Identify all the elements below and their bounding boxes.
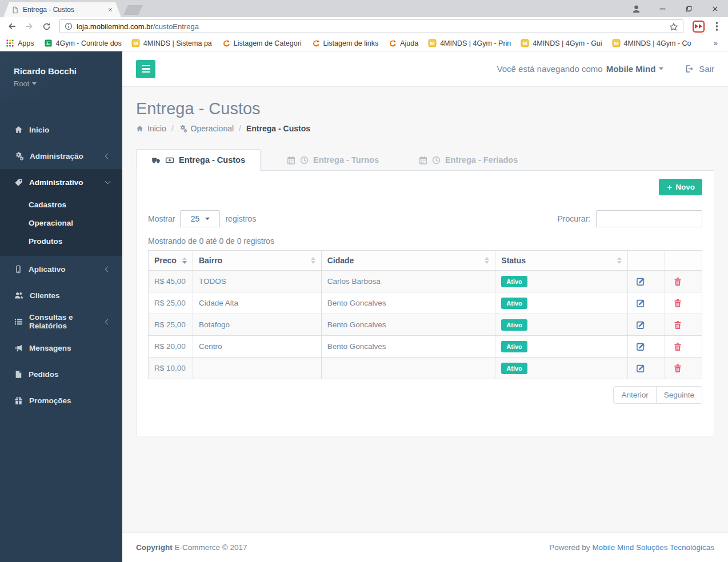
tabs: Entrega - Custos Entrega - Turnos Entreg… xyxy=(136,149,714,171)
bookmarks-overflow-button[interactable]: » xyxy=(714,39,722,47)
delete-button[interactable] xyxy=(671,319,685,330)
column-header-cidade[interactable]: Cidade xyxy=(321,251,495,271)
bookmark-item[interactable]: 4MINDS | 4Gym - Gui xyxy=(521,39,602,47)
sidebar-item-administrativo[interactable]: Administrativo xyxy=(0,169,122,195)
bookmark-star-icon[interactable] xyxy=(669,21,678,31)
profile-role-dropdown[interactable]: Root xyxy=(14,79,109,88)
sidebar-item-clientes[interactable]: Clientes xyxy=(0,282,122,308)
tab-entrega-custos[interactable]: Entrega - Custos xyxy=(136,149,261,171)
breadcrumb-operacional[interactable]: Operacional xyxy=(179,124,234,133)
browser-toolbar: loja.mobilemind.com.br/custoEntrega xyxy=(0,17,728,35)
sort-icon xyxy=(479,257,489,264)
sidebar-item-administracao[interactable]: Administração xyxy=(0,143,122,169)
sidebar-item-inicio[interactable]: Inicio xyxy=(0,117,122,143)
user-menu[interactable]: Você está navegando como Mobile Mind xyxy=(497,64,664,74)
sidebar-item-consultas-relatorios[interactable]: Consultas e Relatórios xyxy=(0,308,122,335)
pagination-next-button[interactable]: Seguinte xyxy=(656,386,702,404)
browser-menu-button[interactable] xyxy=(710,22,724,31)
sidebar-item-cadastros[interactable]: Cadastros xyxy=(0,195,122,214)
bookmark-item[interactable]: Ajuda xyxy=(388,39,418,47)
bookmark-item[interactable]: 4Gym - Controle dos xyxy=(44,39,122,47)
logout-button[interactable]: Sair xyxy=(685,64,714,74)
bookmark-item[interactable]: Listagem de Categori xyxy=(222,39,302,47)
sidebar-menu: Inicio Administração Administrativo Cada… xyxy=(0,117,122,414)
url-host: loja.mobilemind.com.br xyxy=(77,22,153,31)
url-bar[interactable]: loja.mobilemind.com.br/custoEntrega xyxy=(59,19,683,33)
edit-button[interactable] xyxy=(634,362,648,374)
gears-icon xyxy=(179,125,187,133)
close-button[interactable] xyxy=(702,0,728,17)
edit-button[interactable] xyxy=(634,340,648,352)
truck-icon xyxy=(151,156,161,164)
restore-button[interactable] xyxy=(675,0,702,17)
browser-profile-button[interactable] xyxy=(623,0,649,17)
new-tab-button[interactable] xyxy=(123,5,143,15)
calendar-icon xyxy=(419,156,427,164)
records-summary: Mostrando de 0 até 0 de 0 registros xyxy=(148,236,702,246)
list-icon xyxy=(14,318,23,326)
bookmark-item[interactable]: 4MINDS | Sistema pa xyxy=(131,39,212,47)
cell-bairro: Cidade Alta xyxy=(193,292,321,314)
bullhorn-icon xyxy=(14,344,23,352)
page-size-select[interactable]: 25 xyxy=(180,210,220,227)
edit-button[interactable] xyxy=(634,275,648,287)
sort-icon xyxy=(177,257,187,264)
breadcrumb-separator: / xyxy=(239,124,241,133)
edit-icon xyxy=(636,320,646,330)
cash-icon xyxy=(165,156,174,164)
tab-close-icon[interactable] xyxy=(107,7,113,13)
page-content: Entrega - Custos Inicio / Operacional / … xyxy=(122,87,728,532)
bookmark-item[interactable]: 4MINDS | 4Gym - Prin xyxy=(428,39,511,47)
sidebar-item-promocoes[interactable]: Promoções xyxy=(0,387,122,414)
clock-icon xyxy=(432,156,441,164)
column-header-preco[interactable]: Preco xyxy=(149,251,193,271)
caret-down-icon xyxy=(205,218,210,220)
cell-cidade: Bento Goncalves xyxy=(321,336,495,358)
edit-button[interactable] xyxy=(634,319,648,331)
pagination-previous-button[interactable]: Anterior xyxy=(613,386,656,404)
gears-icon xyxy=(14,151,23,160)
bookmark-item[interactable]: Listagem de links xyxy=(311,39,379,47)
status-badge: Ativo xyxy=(501,341,527,352)
page-title: Entrega - Custos xyxy=(136,99,714,118)
column-header-bairro[interactable]: Bairro xyxy=(193,251,321,271)
delete-button[interactable] xyxy=(671,340,685,352)
navigating-as-text: Você está navegando como xyxy=(497,64,603,74)
sidebar-item-operacional[interactable]: Operacional xyxy=(0,214,122,232)
delete-button[interactable] xyxy=(671,362,685,374)
forward-button[interactable] xyxy=(22,19,37,34)
cell-bairro: Centro xyxy=(193,336,321,358)
info-icon[interactable] xyxy=(65,22,73,30)
cell-status: Ativo xyxy=(495,292,628,314)
powered-by-link[interactable]: Mobile Mind Soluções Tecnológicas xyxy=(592,543,714,552)
extension-icon[interactable] xyxy=(693,21,705,33)
bookmark-item[interactable]: 4MINDS | 4Gym - Co xyxy=(612,39,691,47)
delete-button[interactable] xyxy=(671,297,685,308)
tab-entrega-turnos[interactable]: Entrega - Turnos xyxy=(273,150,393,170)
table-row: R$ 45,00 TODOS Carlos Barbosa Ativo xyxy=(149,271,702,292)
bookmark-apps[interactable]: Apps xyxy=(6,39,34,47)
cell-preco: R$ 25,00 xyxy=(149,292,193,314)
new-record-button[interactable]: Novo xyxy=(659,179,702,195)
plus-icon xyxy=(666,184,673,191)
sidebar-item-aplicativo[interactable]: Aplicativo xyxy=(0,256,122,282)
sidebar-item-mensagens[interactable]: Mensagens xyxy=(0,335,122,361)
sort-icon xyxy=(305,257,315,264)
breadcrumb-inicio[interactable]: Inicio xyxy=(136,124,166,133)
sidebar-item-produtos[interactable]: Produtos xyxy=(0,232,122,250)
reload-button[interactable] xyxy=(39,19,54,34)
column-header-status[interactable]: Status xyxy=(495,251,628,271)
tab-entrega-feriados[interactable]: Entrega - Feriados xyxy=(405,150,531,170)
edit-button[interactable] xyxy=(634,297,648,309)
breadcrumb-separator: / xyxy=(171,124,174,133)
sidebar-toggle-button[interactable] xyxy=(136,60,155,78)
home-icon xyxy=(14,126,23,134)
browser-tab[interactable]: Entrega - Custos xyxy=(3,2,121,17)
delivery-costs-panel: Entrega - Custos Entrega - Turnos Entreg… xyxy=(136,149,714,436)
search-input[interactable] xyxy=(596,210,702,227)
delete-button[interactable] xyxy=(671,275,685,287)
back-button[interactable] xyxy=(5,19,19,34)
sidebar-item-pedidos[interactable]: Pedidos xyxy=(0,361,122,387)
minimize-button[interactable] xyxy=(649,0,675,17)
cell-status: Ativo xyxy=(495,358,628,379)
